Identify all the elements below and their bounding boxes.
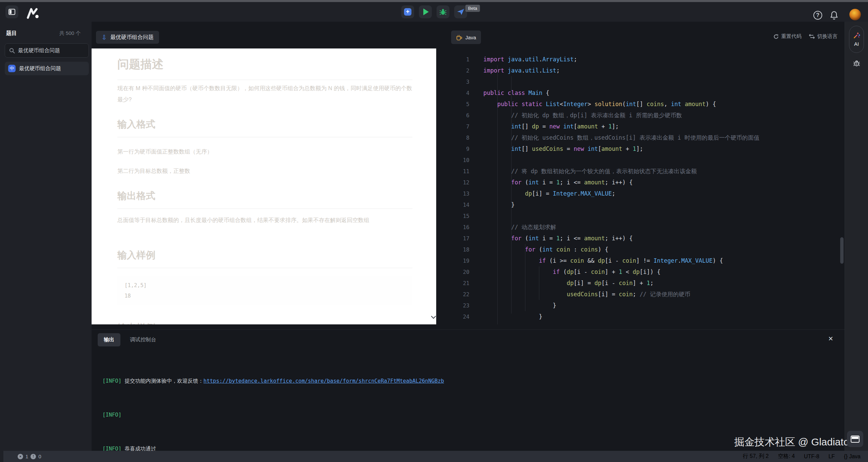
code-line: 2import java.util.List; bbox=[441, 65, 845, 76]
chevron-down-icon[interactable] bbox=[431, 316, 436, 319]
editor-scrollbar[interactable] bbox=[840, 237, 844, 264]
paper-plane-icon bbox=[457, 8, 465, 16]
code-line: 14 } bbox=[441, 199, 845, 210]
error-circle-icon: × bbox=[18, 454, 23, 459]
description-paragraph: 第一行为硬币面值正整数数组（无序） bbox=[117, 146, 412, 157]
brackets-icon: {} bbox=[844, 454, 848, 459]
bug-icon bbox=[439, 8, 447, 16]
reset-code-label: 重置代码 bbox=[781, 33, 802, 40]
sidebar-layout-icon bbox=[8, 9, 15, 15]
line-number: 10 bbox=[441, 155, 469, 166]
code-editor[interactable]: 1import java.util.ArrayList;2import java… bbox=[441, 47, 845, 324]
code-line: 21 dp[i] = dp[i - coin] + 1; bbox=[441, 278, 845, 289]
search-input[interactable]: 最优硬币组合问题 bbox=[5, 43, 89, 58]
line-number: 1 bbox=[441, 54, 469, 65]
indent-setting[interactable]: 空格: 4 bbox=[778, 453, 795, 460]
sidebar-item-problem[interactable]: 中 最优硬币组合问题 bbox=[5, 62, 89, 75]
line-number: 22 bbox=[441, 289, 469, 300]
line-number: 17 bbox=[441, 233, 469, 244]
help-icon[interactable]: ? bbox=[813, 11, 822, 20]
error-count: 1 bbox=[25, 454, 28, 459]
line-number: 23 bbox=[441, 300, 469, 311]
code-line: 3 bbox=[441, 76, 845, 87]
line-number: 25 bbox=[441, 322, 469, 324]
bell-icon bbox=[830, 11, 838, 20]
bug-outline-icon bbox=[853, 59, 861, 67]
ai-sidebar: AI bbox=[845, 22, 868, 451]
language-mode[interactable]: {} Java bbox=[844, 454, 861, 460]
code-line: 20 if (dp[i - coin] + 1 < dp[i]) { bbox=[441, 266, 845, 278]
status-bar-notch bbox=[0, 451, 3, 462]
line-number: 5 bbox=[441, 99, 469, 110]
code-line: 6 // 初始化 dp 数组，dp[i] 表示凑出金额 i 所需的最少硬币数 bbox=[441, 110, 845, 121]
user-avatar[interactable] bbox=[849, 9, 861, 20]
play-icon bbox=[423, 8, 429, 15]
language-tab-label: Java bbox=[465, 35, 476, 40]
sample-input-block: [1,2,5] 18 bbox=[117, 276, 412, 305]
section-heading: 输出格式 bbox=[117, 189, 412, 209]
header-bar: + Beta ? bbox=[0, 2, 868, 22]
watermark: 掘金技术社区 @ Gladiator1 bbox=[734, 435, 858, 449]
reset-code-button[interactable]: 重置代码 bbox=[773, 33, 802, 40]
code-line: 7 int[] dp = new int[amount + 1]; bbox=[441, 121, 845, 132]
section-heading: 输入格式 bbox=[117, 118, 412, 137]
code-line: 24 } bbox=[441, 311, 845, 322]
line-number: 9 bbox=[441, 143, 469, 155]
code-line: 5 public static List<Integer> solution(i… bbox=[441, 99, 845, 110]
problem-item-label: 最优硬币组合问题 bbox=[19, 65, 61, 72]
download-arrow-icon: ⇩ bbox=[101, 34, 107, 41]
tab-problem[interactable]: ⇩ 最优硬币组合问题 bbox=[96, 31, 159, 44]
console-output[interactable]: [INFO] 提交功能内测体验中，欢迎反馈：https://bytedance.… bbox=[102, 353, 831, 462]
ai-assistant-button[interactable]: AI bbox=[849, 26, 864, 53]
magic-sparkle-icon bbox=[853, 32, 860, 39]
problem-count: 共 500 个 bbox=[59, 30, 81, 37]
tab-output[interactable]: 输出 bbox=[98, 333, 120, 346]
switch-arrows-icon bbox=[809, 34, 815, 39]
sidebar-toggle-button[interactable] bbox=[5, 5, 18, 18]
code-line: 13 dp[i] = Integer.MAX_VALUE; bbox=[441, 188, 845, 199]
debug-button[interactable] bbox=[437, 5, 449, 18]
console-line: [INFO] 提交功能内测体验中，欢迎反馈：https://bytedance.… bbox=[102, 376, 831, 387]
tab-debug-console[interactable]: 调试控制台 bbox=[130, 336, 156, 343]
line-number: 21 bbox=[441, 278, 469, 289]
report-bug-button[interactable] bbox=[853, 59, 861, 68]
close-console-button[interactable]: × bbox=[828, 335, 833, 343]
line-number: 13 bbox=[441, 188, 469, 199]
tab-language-java[interactable]: Java bbox=[451, 31, 481, 44]
switch-language-button[interactable]: 切换语言 bbox=[809, 33, 837, 40]
ai-label: AI bbox=[854, 41, 859, 47]
code-line: 8 // 初始化 usedCoins 数组，usedCoins[i] 表示凑出金… bbox=[441, 132, 845, 143]
encoding[interactable]: UTF-8 bbox=[804, 454, 819, 460]
line-number: 24 bbox=[441, 311, 469, 322]
description-paragraph: 现在有 M 种不同面值的硬币（硬币个数数目无限），如何用这些硬币组合为总数额为 … bbox=[117, 83, 412, 105]
console-panel: 输出 调试控制台 × [INFO] 提交功能内测体验中，欢迎反馈：https:/… bbox=[92, 329, 845, 451]
display-mode-button[interactable] bbox=[847, 431, 863, 447]
code-line: 10 bbox=[441, 155, 845, 166]
search-value: 最优硬币组合问题 bbox=[18, 47, 60, 54]
code-line: 19 if (i >= coin && dp[i - coin] != Inte… bbox=[441, 255, 845, 266]
code-line: 22 usedCoins[i] = coin; // 记录使用的硬币 bbox=[441, 289, 845, 300]
line-number: 4 bbox=[441, 87, 469, 99]
problem-description-panel[interactable]: 问题描述 现在有 M 种不同面值的硬币（硬币个数数目无限），如何用这些硬币组合为… bbox=[92, 48, 436, 324]
line-number: 6 bbox=[441, 110, 469, 121]
marscode-logo bbox=[26, 7, 41, 19]
code-line: 17 for (int i = 1; i <= amount; i++) { bbox=[441, 233, 845, 244]
problems-indicator[interactable]: × 1 ! 0 bbox=[18, 451, 41, 462]
line-number: 16 bbox=[441, 222, 469, 233]
console-link[interactable]: https://bytedance.larkoffice.com/share/b… bbox=[204, 378, 444, 384]
eol-setting[interactable]: LF bbox=[828, 454, 835, 460]
editor-header: Java 重置代码 切换语言 bbox=[441, 22, 845, 47]
notifications-button[interactable] bbox=[830, 11, 838, 21]
language-mode-label: Java bbox=[849, 454, 861, 459]
run-button[interactable] bbox=[419, 5, 432, 18]
search-icon bbox=[9, 48, 15, 54]
problem-tab-label: 最优硬币组合问题 bbox=[110, 34, 154, 41]
cursor-position[interactable]: 行 57, 列 2 bbox=[743, 453, 769, 460]
code-line: 25 } bbox=[441, 322, 845, 324]
new-file-button[interactable]: + bbox=[401, 5, 414, 18]
line-number: 12 bbox=[441, 177, 469, 188]
status-bar bbox=[0, 451, 868, 462]
warning-circle-icon: ! bbox=[31, 454, 36, 459]
console-line: [INFO] bbox=[102, 409, 831, 421]
description-paragraph: 第二行为目标总数额，正整数 bbox=[117, 165, 412, 177]
